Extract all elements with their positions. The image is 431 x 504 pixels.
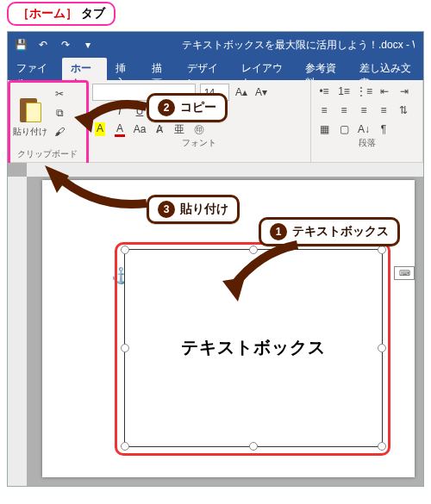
document-title: テキストボックスを最大限に活用しよう！.docx - Wo xyxy=(182,38,415,53)
format-painter-button[interactable]: 🖌 xyxy=(51,124,68,140)
tab-layout[interactable]: レイアウト xyxy=(233,58,297,80)
tab-draw[interactable]: 描画 xyxy=(143,58,178,80)
group-clipboard: 貼り付け ✂ ⧉ 🖌 クリップボード xyxy=(8,80,87,162)
shrink-font-button[interactable]: A▾ xyxy=(253,84,269,100)
font-color-button[interactable]: A xyxy=(112,121,128,137)
align-right-button[interactable]: ≡ xyxy=(356,103,372,118)
enclose-char-button[interactable]: ㊞ xyxy=(191,121,207,137)
grow-font-button[interactable]: A▴ xyxy=(234,84,249,100)
callout-copy: 2コピー xyxy=(147,93,228,122)
callout-paste: 3貼り付け xyxy=(147,195,240,224)
highlight-color-button[interactable]: A xyxy=(92,121,108,137)
brush-icon: 🖌 xyxy=(54,126,65,138)
decrease-indent-button[interactable]: ⇤ xyxy=(377,84,392,99)
tab-home[interactable]: ホーム xyxy=(62,58,107,80)
bracket-open: ［ xyxy=(17,6,29,20)
callout-number-2: 2 xyxy=(158,99,175,116)
paste-icon xyxy=(18,95,42,124)
sort-button[interactable]: A↓ xyxy=(356,121,372,137)
line-spacing-button[interactable]: ⇅ xyxy=(396,103,411,118)
paste-label: 貼り付け xyxy=(13,126,47,138)
borders-button[interactable]: ▢ xyxy=(336,121,352,137)
shading-button[interactable]: ▦ xyxy=(316,121,332,137)
redo-icon[interactable]: ↷ xyxy=(58,37,73,53)
cut-button[interactable]: ✂ xyxy=(51,86,68,102)
paste-button[interactable]: 貼り付け xyxy=(11,83,49,148)
tab-mailings[interactable]: 差し込み文書 xyxy=(351,58,423,80)
tab-file[interactable]: ファイル xyxy=(8,58,62,80)
title-bar: 💾 ↶ ↷ ▾ テキストボックスを最大限に活用しよう！.docx - Wo xyxy=(8,32,423,58)
resize-handle-n[interactable] xyxy=(249,246,258,254)
undo-icon[interactable]: ↶ xyxy=(35,37,51,53)
underline-button[interactable]: U xyxy=(132,103,147,119)
ribbon-tabs: ファイル ホーム 挿入 描画 デザイン レイアウト 参考資料 差し込み文書 xyxy=(8,58,423,80)
resize-handle-w[interactable] xyxy=(121,344,129,352)
align-center-button[interactable]: ≡ xyxy=(336,103,352,118)
callout-home-tab: ［ホーム］ タブ xyxy=(7,2,116,26)
resize-handle-s[interactable] xyxy=(249,442,258,451)
multilevel-button[interactable]: ⋮≡ xyxy=(356,84,372,99)
tab-design[interactable]: デザイン xyxy=(178,58,233,80)
callout-number-3: 3 xyxy=(158,201,175,218)
copy-button[interactable]: ⧉ xyxy=(51,105,68,121)
callout-number-1: 1 xyxy=(270,223,287,240)
justify-button[interactable]: ≡ xyxy=(376,103,391,118)
qat-customize-icon[interactable]: ▾ xyxy=(80,37,96,53)
resize-handle-sw[interactable] xyxy=(121,442,129,451)
resize-handle-nw[interactable] xyxy=(121,246,129,254)
align-left-button[interactable]: ≡ xyxy=(316,103,332,118)
resize-handle-ne[interactable] xyxy=(378,246,386,254)
font-group-label: フォント xyxy=(87,137,310,151)
resize-handle-e[interactable] xyxy=(378,344,386,352)
callout-copy-label: コピー xyxy=(180,100,216,114)
callout-textbox-label: テキストボックス xyxy=(292,224,389,238)
callout-textbox: 1テキストボックス xyxy=(259,217,400,246)
text-box[interactable]: テキストボックス xyxy=(124,249,383,447)
paragraph-group-label: 段落 xyxy=(311,137,422,151)
save-icon[interactable]: 💾 xyxy=(13,37,28,53)
scissors-icon: ✂ xyxy=(55,88,64,100)
text-box-content: テキストボックス xyxy=(125,336,382,359)
home-label: ホーム xyxy=(29,6,66,20)
bullets-button[interactable]: •≡ xyxy=(316,84,332,99)
tab-insert[interactable]: 挿入 xyxy=(107,58,142,80)
phonetic-guide-button[interactable]: 亜 xyxy=(172,121,187,137)
callout-paste-label: 貼り付け xyxy=(180,202,228,215)
resize-handle-se[interactable] xyxy=(378,442,386,451)
bold-button[interactable]: B xyxy=(92,103,108,119)
horizontal-ruler[interactable] xyxy=(27,163,423,177)
tab-suffix: タブ xyxy=(78,6,105,20)
group-paragraph: •≡ 1≡ ⋮≡ ⇤ ⇥ ≡ ≡ ≡ ≡ ⇅ ▦ ▢ A↓ ¶ xyxy=(311,80,423,162)
increase-indent-button[interactable]: ⇥ xyxy=(397,84,412,99)
tab-references[interactable]: 参考資料 xyxy=(297,58,351,80)
show-marks-button[interactable]: ¶ xyxy=(376,121,391,137)
change-case-button[interactable]: Aa xyxy=(132,121,147,137)
clipboard-group-label: クリップボード xyxy=(8,148,86,162)
layout-options-icon[interactable]: ⌨ xyxy=(394,266,415,280)
numbering-button[interactable]: 1≡ xyxy=(336,84,352,99)
vertical-ruler[interactable] xyxy=(8,177,27,486)
italic-button[interactable]: I xyxy=(112,103,128,119)
clear-formatting-button[interactable]: A̷ xyxy=(152,121,167,137)
quick-access-toolbar: 💾 ↶ ↷ ▾ xyxy=(13,37,96,53)
bracket-close: ］ xyxy=(66,6,78,20)
copy-icon: ⧉ xyxy=(56,107,64,119)
